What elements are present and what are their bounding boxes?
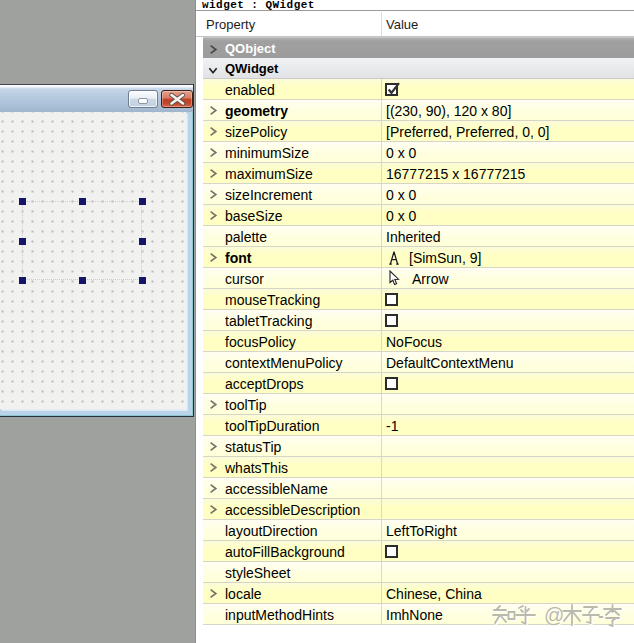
svg-text:@: @ <box>544 604 564 626</box>
svg-text:-: - <box>598 606 604 625</box>
